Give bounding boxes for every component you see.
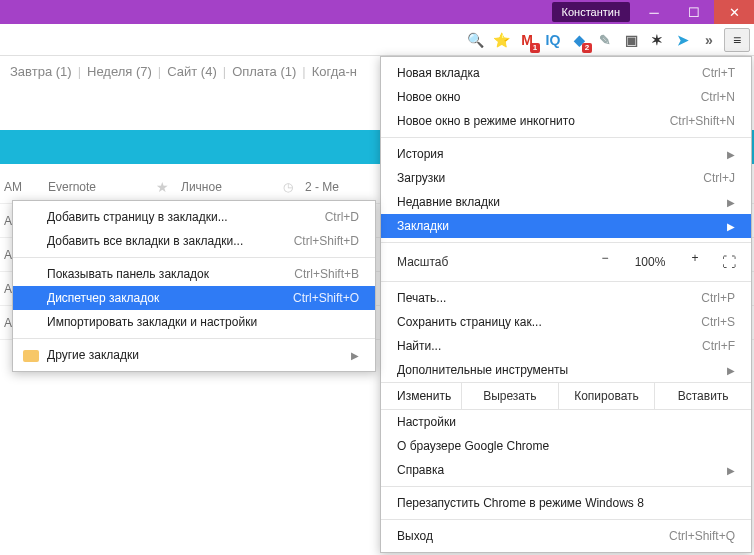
menu-exit[interactable]: Выход Ctrl+Shift+Q	[381, 524, 751, 548]
zoom-out-button[interactable]: −	[591, 251, 619, 273]
chevron-right-icon: ▶	[351, 350, 359, 361]
menu-history[interactable]: История ▶	[381, 142, 751, 166]
shortcut: Ctrl+Shift+Q	[669, 529, 735, 543]
menu-about[interactable]: О браузере Google Chrome	[381, 434, 751, 458]
separator	[381, 486, 751, 487]
user-profile-button[interactable]: Константин	[552, 2, 630, 22]
shortcut: Ctrl+Shift+B	[294, 267, 359, 281]
separator	[13, 257, 375, 258]
bookmarks-submenu: Добавить страницу в закладки... Ctrl+D Д…	[12, 200, 376, 372]
submenu-bookmark-manager[interactable]: Диспетчер закладок Ctrl+Shift+O	[13, 286, 375, 310]
edit-copy-button[interactable]: Копировать	[558, 383, 655, 409]
menu-find[interactable]: Найти... Ctrl+F	[381, 334, 751, 358]
shortcut: Ctrl+Shift+O	[293, 291, 359, 305]
separator	[13, 338, 375, 339]
extension-iq-icon[interactable]: IQ	[542, 29, 564, 51]
extension-evernote-icon[interactable]: ✶	[646, 29, 668, 51]
fullscreen-button[interactable]: ⛶	[717, 254, 741, 270]
menu-label: Масштаб	[397, 255, 583, 269]
submenu-show-bar[interactable]: Показывать панель закладок Ctrl+Shift+B	[13, 262, 375, 286]
menu-label: Новое окно	[397, 90, 461, 104]
menu-relaunch-win8[interactable]: Перезапустить Chrome в режиме Windows 8	[381, 491, 751, 515]
extension-diamond-icon[interactable]: ◆2	[568, 29, 590, 51]
submenu-label: Показывать панель закладок	[47, 267, 209, 281]
extension-magnify-icon[interactable]: 🔍	[464, 29, 486, 51]
task-app: Evernote	[48, 180, 144, 194]
extension-gmail-icon[interactable]: M1	[516, 29, 538, 51]
menu-save-as[interactable]: Сохранить страницу как... Ctrl+S	[381, 310, 751, 334]
menu-label: Настройки	[397, 415, 456, 429]
separator	[381, 281, 751, 282]
shortcut: Ctrl+Shift+N	[670, 114, 735, 128]
menu-settings[interactable]: Настройки	[381, 410, 751, 434]
window-maximize-button[interactable]: ☐	[674, 0, 714, 24]
menu-zoom-row: Масштаб − 100% + ⛶	[381, 247, 751, 277]
menu-label: Новая вкладка	[397, 66, 480, 80]
task-category: Личное	[181, 180, 271, 194]
window-minimize-button[interactable]: ─	[634, 0, 674, 24]
tab-payment[interactable]: Оплата (1)	[232, 64, 296, 82]
menu-print[interactable]: Печать... Ctrl+P	[381, 286, 751, 310]
toolbar: 🔍⭐M1IQ◆2✎▣✶➤» ≡	[0, 24, 754, 56]
shortcut: Ctrl+J	[703, 171, 735, 185]
zoom-in-button[interactable]: +	[681, 251, 709, 273]
extension-more-icon[interactable]: »	[698, 29, 720, 51]
folder-icon	[23, 350, 39, 362]
tab-someday[interactable]: Когда-н	[312, 64, 357, 82]
menu-downloads[interactable]: Загрузки Ctrl+J	[381, 166, 751, 190]
menu-new-tab[interactable]: Новая вкладка Ctrl+T	[381, 61, 751, 85]
menu-bookmarks[interactable]: Закладки ▶	[381, 214, 751, 238]
main-menu: Новая вкладка Ctrl+T Новое окно Ctrl+N Н…	[380, 56, 752, 553]
submenu-add-page[interactable]: Добавить страницу в закладки... Ctrl+D	[13, 205, 375, 229]
shortcut: Ctrl+P	[701, 291, 735, 305]
shortcut: Ctrl+N	[701, 90, 735, 104]
window-close-button[interactable]: ✕	[714, 0, 754, 24]
edit-paste-button[interactable]: Вставить	[654, 383, 751, 409]
submenu-label: Добавить страницу в закладки...	[47, 210, 228, 224]
menu-label: Сохранить страницу как...	[397, 315, 542, 329]
submenu-label: Другие закладки	[47, 348, 139, 362]
task-due: 2 - Me	[305, 180, 339, 194]
extension-note-icon[interactable]: ✎	[594, 29, 616, 51]
tab-week[interactable]: Неделя (7)	[87, 64, 152, 82]
submenu-other-bookmarks[interactable]: Другие закладки ▶	[13, 343, 375, 367]
submenu-add-all[interactable]: Добавить все вкладки в закладки... Ctrl+…	[13, 229, 375, 253]
tab-tomorrow[interactable]: Завтра (1)	[10, 64, 72, 82]
separator	[381, 242, 751, 243]
menu-help[interactable]: Справка ▶	[381, 458, 751, 482]
menu-label: Справка	[397, 463, 444, 477]
menu-label: Печать...	[397, 291, 446, 305]
badge: 2	[582, 43, 592, 53]
menu-more-tools[interactable]: Дополнительные инструменты ▶	[381, 358, 751, 382]
tab-site[interactable]: Сайт (4)	[167, 64, 216, 82]
menu-new-window[interactable]: Новое окно Ctrl+N	[381, 85, 751, 109]
submenu-label: Импортировать закладки и настройки	[47, 315, 257, 329]
menu-edit-row: Изменить Вырезать Копировать Вставить	[381, 382, 751, 410]
chevron-right-icon: ▶	[727, 465, 735, 476]
extension-telegram-icon[interactable]: ➤	[672, 29, 694, 51]
menu-label: История	[397, 147, 444, 161]
shortcut: Ctrl+F	[702, 339, 735, 353]
menu-label: Закладки	[397, 219, 449, 233]
chevron-right-icon: ▶	[727, 197, 735, 208]
submenu-label: Добавить все вкладки в закладки...	[47, 234, 243, 248]
titlebar: Константин ─ ☐ ✕	[0, 0, 754, 24]
extension-square-icon[interactable]: ▣	[620, 29, 642, 51]
hamburger-icon: ≡	[733, 32, 741, 48]
extension-star-icon[interactable]: ⭐	[490, 29, 512, 51]
star-icon[interactable]: ★	[156, 179, 169, 195]
menu-label: Загрузки	[397, 171, 445, 185]
main-menu-button[interactable]: ≡	[724, 28, 750, 52]
submenu-import[interactable]: Импортировать закладки и настройки	[13, 310, 375, 334]
menu-label: Изменить	[381, 383, 461, 409]
edit-cut-button[interactable]: Вырезать	[461, 383, 558, 409]
submenu-label: Диспетчер закладок	[47, 291, 159, 305]
menu-recent-tabs[interactable]: Недавние вкладки ▶	[381, 190, 751, 214]
menu-label: Найти...	[397, 339, 441, 353]
menu-new-incognito[interactable]: Новое окно в режиме инкогнито Ctrl+Shift…	[381, 109, 751, 133]
shortcut: Ctrl+T	[702, 66, 735, 80]
task-time: AM	[4, 180, 36, 194]
zoom-value: 100%	[627, 255, 673, 269]
menu-label: Выход	[397, 529, 433, 543]
chevron-right-icon: ▶	[727, 149, 735, 160]
